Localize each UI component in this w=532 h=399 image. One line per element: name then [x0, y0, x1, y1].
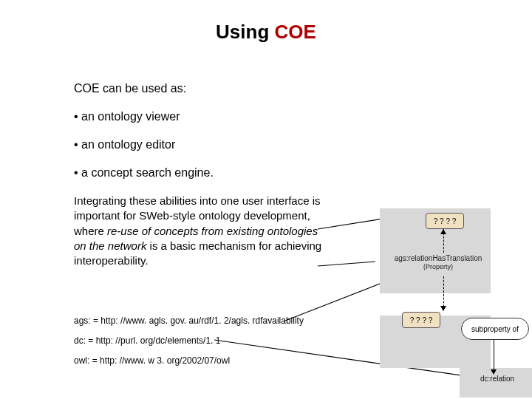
arrowhead-dcrel-icon — [491, 369, 497, 375]
arrowhead-up-icon — [440, 229, 446, 234]
title-coe: COE — [275, 21, 316, 43]
bullet-2: • an ontology editor — [74, 137, 325, 152]
bullet-1: • an ontology viewer — [74, 109, 325, 124]
diagram: ? ? ? ? ags:relationHasTranslation (Prop… — [369, 208, 532, 399]
integration-paragraph: Integrating these abilities into one use… — [74, 194, 325, 268]
edge-solid-1 — [494, 340, 494, 371]
slide-title: Using COE — [0, 21, 532, 44]
svg-line-1 — [318, 262, 375, 266]
diagram-bg-top — [380, 208, 491, 368]
edge-label: ags:relationHasTranslation (Property) — [387, 254, 489, 270]
body-text: COE can be used as: • an ontology viewer… — [74, 81, 325, 282]
intro-line: COE can be used as: — [74, 81, 325, 96]
subproperty-ellipse: subproperty of — [461, 318, 529, 340]
title-using: Using — [216, 21, 274, 43]
prefix-ags: ags: = http: //www. agls. gov. au/rdf/1.… — [74, 316, 304, 326]
dc-relation-label: dc:relation — [480, 375, 514, 383]
prefix-owl: owl: = http: //www. w 3. org/2002/07/owl — [74, 356, 304, 366]
edge-label-line2: (Property) — [423, 263, 453, 270]
edge-label-line1: ags:relationHasTranslation — [395, 254, 482, 262]
prefix-dc: dc: = http: //purl. org/dc/elements/1. 1 — [74, 336, 304, 346]
prefix-list: ags: = http: //www. agls. gov. au/rdf/1.… — [74, 316, 304, 377]
node-bot: ? ? ? ? — [402, 312, 440, 328]
bullet-3: • a concept search engine. — [74, 166, 325, 180]
arrowhead-down-icon — [440, 306, 446, 311]
slide: Using COE COE can be used as: • an ontol… — [0, 0, 532, 399]
bullet-list: • an ontology viewer • an ontology edito… — [74, 109, 325, 180]
node-top: ? ? ? ? — [426, 213, 464, 229]
